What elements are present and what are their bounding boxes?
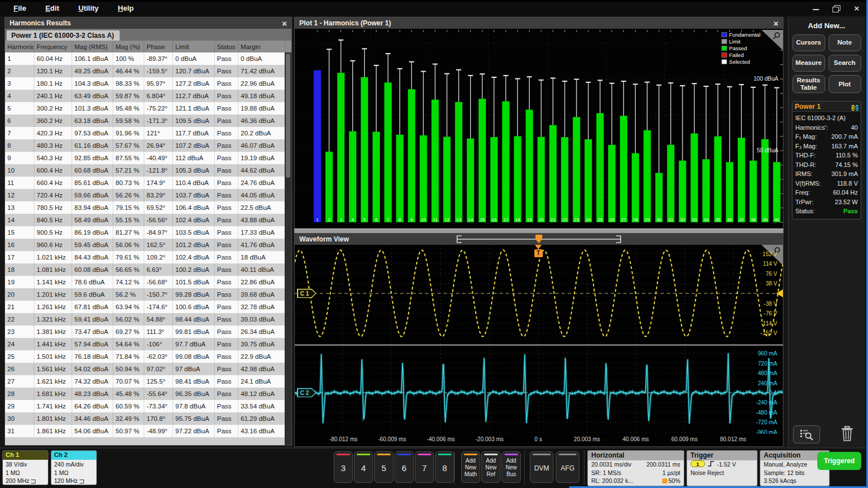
column-header-phase[interactable]: Phase [144,41,173,52]
results-panel-titlebar[interactable]: Harmonics Results × [5,17,291,29]
table-row[interactable]: 6360.2 Hz63.18 dBuA59.58 %-171.3°109.5 d… [5,115,286,127]
channel1-handle[interactable]: C 1 [297,289,316,298]
table-cell: 174.9° [144,177,173,189]
tab-power1[interactable]: Power 1 (IEC 61000-3-2 Class A) [6,30,120,41]
table-row[interactable]: 7420.3 Hz97.53 dBuA91.96 %121°117.7 dBuA… [5,127,286,139]
table-row[interactable]: 211.261 kHz67.81 dBuA63.94 %-174.6°100.6… [5,301,286,313]
table-row[interactable]: 271.621 kHz74.32 dBuA70.07 %125.5°98.41 … [5,375,286,388]
table-cell: 55.15 % [113,214,144,226]
column-header-mag-%-[interactable]: Mag (%) [113,41,144,52]
table-row[interactable]: 14840.5 Hz58.49 dBuA55.15 %-56.56°102.4 … [5,214,286,226]
afg-button[interactable]: AFG [556,451,579,483]
zoom-list-icon [799,428,814,441]
table-row[interactable]: 231.381 kHz73.47 dBuA69.27 %111.3°99.81 … [5,326,286,338]
table-cell: 39.68 dBuA [238,288,286,301]
column-header-mag-rms-[interactable]: Mag (RMS) [72,41,113,52]
channel-8-button[interactable]: 8 [435,451,454,483]
table-row[interactable]: 16960.6 Hz59.45 dBuA56.06 %162.5°101.2 d… [5,239,286,251]
close-window-icon[interactable]: × [852,5,861,12]
channel-4-button[interactable]: 4 [354,451,373,483]
add-new-plot-button[interactable]: Plot [829,75,861,93]
table-row[interactable]: 191.141 kHz78.6 dBuA74.12 %-56.68°101.5 … [5,276,286,288]
trigger-position-flag[interactable]: T [534,245,543,257]
add-new-search-button[interactable]: Search [829,55,861,72]
table-row[interactable]: 3180.1 Hz104.3 dBuA98.33 %95.97°127.2 dB… [5,77,286,90]
table-row[interactable]: 13780.5 Hz83.94 dBuA79.15 %69.52°106.4 d… [5,201,286,214]
plot-close-icon[interactable]: × [773,19,778,28]
svg-text:30: 30 [657,217,662,222]
table-row[interactable]: 4240.1 Hz63.49 dBuA59.87 %6.804°112.7 dB… [5,90,286,102]
table-cell: 61.29 dBuA [238,412,286,425]
column-header-limit[interactable]: Limit [173,41,215,52]
svg-text:14: 14 [468,217,473,222]
plot-panel-titlebar[interactable]: Plot 1 - Harmonics (Power 1) × [295,17,783,29]
dvm-button[interactable]: DVM [530,451,553,483]
ch1-badge[interactable]: Ch 1 38 V/div1 MΩ200 MHz [2,450,48,485]
table-row[interactable]: 5300.2 Hz101.3 dBuA95.48 %-75.22°121.1 d… [5,102,286,115]
table-cell: 57.21 % [113,164,144,177]
trash-button[interactable] [838,424,857,443]
table-cell: 120.1 Hz [34,65,72,77]
table-cell: 170.8° [144,412,173,425]
menu-utility[interactable]: Utility [78,4,99,12]
table-row[interactable]: 241.441 kHz57.94 dBuA54.64 %-106°97.7 dB… [5,338,286,350]
panel-splitter[interactable] [294,228,783,233]
scrollbar-thumb[interactable] [286,54,290,178]
table-row[interactable]: 160.04 Hz106.1 dBuA100 %-89.37°0 dBuAPas… [5,52,286,65]
restore-icon[interactable] [832,5,841,12]
channel2-waveform-area[interactable]: C 2 960 mA720 mA480 mA240 mA0 A-240 mA-4… [295,346,783,434]
table-row[interactable]: 311.861 kHz54.06 dBuA50.97 %-48.99°97.22… [5,425,286,437]
menu-file[interactable]: File [14,4,26,12]
minimize-icon[interactable] [812,5,821,12]
channel-3-button[interactable]: 3 [334,451,353,483]
table-row[interactable]: 181.081 kHz60.08 dBuA56.65 %6.63°100.2 d… [5,263,286,276]
channel-5-button[interactable]: 5 [374,451,393,483]
add-new-cursors-button[interactable]: Cursors [792,34,825,51]
table-row[interactable]: 291.741 kHz64.26 dBuA60.59 %-73.34°97.8 … [5,400,286,412]
table-row[interactable]: 171.021 kHz84.43 dBuA79.61 %109.2°102.4 … [5,251,286,263]
trigger-level-arrow-icon[interactable] [776,289,783,297]
add-new-note-button[interactable]: Note [829,34,861,51]
table-row[interactable]: 11660.4 Hz85.61 dBuA80.73 %174.9°110.4 d… [5,177,286,189]
table-row[interactable]: 221.321 kHz59.41 dBuA56.02 %54.88°98.44 … [5,313,286,326]
table-row[interactable]: 15900.5 Hz86.19 dBuA81.27 %-84.97°103.5 … [5,226,286,239]
menu-help[interactable]: Help [118,4,134,12]
results-table-body[interactable]: 160.04 Hz106.1 dBuA100 %-89.37°0 dBuAPas… [5,52,286,445]
column-header-status[interactable]: Status [215,41,238,52]
results-table-scrollbar[interactable] [285,52,291,445]
ch2-badge[interactable]: Ch 2 240 mA/div1 MΩ120 MHz [51,450,97,485]
add-new-math-button[interactable]: Add New Math [461,451,480,483]
add-new-measure-button[interactable]: Measure [792,55,825,72]
column-header-margin[interactable]: Margin [238,41,286,52]
trigger-badge[interactable]: Trigger 1 -1.52 V Noise Reject [687,450,758,486]
table-row[interactable]: 201.201 kHz59.6 dBuA56.2 %-150.7°99.28 d… [5,288,286,301]
column-header-frequency[interactable]: Frequency [34,41,72,52]
table-row[interactable]: 12720.4 Hz59.66 dBuA56.26 %83.29°103.7 d… [5,189,286,201]
column-header-harmonic[interactable]: Harmonic [5,41,34,52]
results-close-icon[interactable]: × [282,19,287,28]
add-new-ref-button[interactable]: Add New Ref [481,451,501,483]
power1-measurement-badge[interactable]: Power 1 12 IEC 61000-3-2 (A)Harmonics':4… [792,101,861,219]
channel-6-button[interactable]: 6 [395,451,414,483]
table-row[interactable]: 251.501 kHz76.18 dBuA71.84 %-62.03°99.08… [5,350,286,363]
zoom-results-button[interactable] [793,425,820,443]
add-new-bus-button[interactable]: Add New Bus [502,451,521,483]
channel2-handle[interactable]: C 2 [297,388,316,398]
table-row[interactable]: 8480.3 Hz61.16 dBuA57.67 %26.94°107.2 dB… [5,139,286,152]
triggered-status-button[interactable]: Triggered [817,452,861,470]
horizontal-badge[interactable]: Horizontal 20.0031 ms/div200.0311 msSR: … [587,450,684,486]
table-row[interactable]: 2120.1 Hz49.25 dBuA46.44 %-159.5°120.7 d… [5,65,286,77]
table-row[interactable]: 10600.4 Hz60.68 dBuA57.21 %-121.8°105.3 … [5,164,286,177]
table-row[interactable]: 281.681 kHz48.23 dBuA45.48 %-55.64°96.35… [5,388,286,400]
table-row[interactable]: 9540.3 Hz92.85 dBuA87.55 %-40.49°112 dBu… [5,152,286,164]
menu-edit[interactable]: Edit [45,4,59,12]
channel1-waveform-area[interactable]: T C 1 152 V114 V76 V38 V-38 V-76 V-114 V… [295,245,783,344]
add-new-results-table-button[interactable]: Results Table [792,75,825,93]
channel-7-button[interactable]: 7 [415,451,434,483]
table-row[interactable]: 261.561 kHz54.02 dBuA50.94 %97.02°97 dBu… [5,363,286,375]
table-cell: 34.46 dBuA [72,412,113,425]
table-row[interactable]: 301.801 kHz34.46 dBuA32.49 %170.8°95.75 … [5,412,286,425]
table-cell: 1 [5,52,34,65]
waveform-pan-scrollbar[interactable] [295,234,783,245]
harmonics-bar-chart[interactable]: 1234567891011121314151617181920212223242… [295,30,783,229]
